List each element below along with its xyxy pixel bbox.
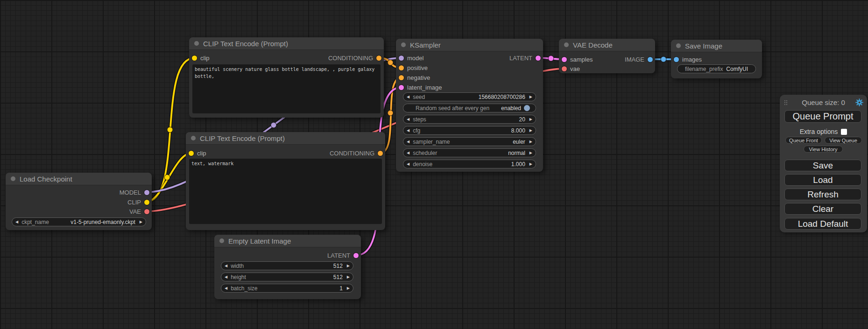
widget-value[interactable]: 8.000 [511,127,525,134]
decrement-arrow-icon[interactable]: ◀ [407,140,409,144]
increment-arrow-icon[interactable]: ▶ [347,287,350,290]
toggle-enabled-icon[interactable] [524,105,530,111]
node-save-image[interactable]: Save Image images filename_prefix ComfyU… [671,40,762,78]
widget-value[interactable]: 20 [519,116,525,123]
node-clip-text-encode-negative[interactable]: CLIP Text Encode (Prompt) clip CONDITION… [186,132,385,230]
decrement-arrow-icon[interactable]: ◀ [225,264,227,268]
widget-value[interactable]: 1 [339,285,343,292]
steps-widget[interactable]: ◀ steps 20 ▶ [403,115,536,124]
widget-value[interactable]: normal [508,150,525,156]
load-default-button[interactable]: Load Default [784,218,861,230]
input-port-vae[interactable]: vae [562,65,580,72]
denoise-widget[interactable]: ◀ denoise 1.000 ▶ [403,160,536,168]
increment-arrow-icon[interactable]: ▶ [529,162,532,166]
collapse-dot-icon[interactable] [219,238,224,243]
node-ksampler[interactable]: KSampler model positive negative latent_… [396,39,543,172]
output-port-vae[interactable]: VAE [129,208,149,215]
view-queue-button[interactable]: View Queue [825,137,862,144]
output-port-latent[interactable]: LATENT [327,252,359,259]
collapse-dot-icon[interactable] [191,136,196,140]
widget-value[interactable]: euler [513,139,525,145]
collapse-dot-icon[interactable] [401,42,406,47]
increment-arrow-icon[interactable]: ▶ [529,151,532,155]
input-port-latent-image[interactable]: latent_image [399,84,442,91]
width-widget[interactable]: ◀ width 512 ▶ [221,261,353,270]
widget-value[interactable]: v1-5-pruned-emaonly.ckpt [71,219,135,225]
decrement-arrow-icon[interactable]: ◀ [225,287,227,290]
increment-arrow-icon[interactable]: ▶ [347,275,350,279]
collapse-dot-icon[interactable] [194,41,199,46]
node-empty-latent-image[interactable]: Empty Latent Image LATENT ◀ width 512 ▶ … [214,235,361,299]
increment-arrow-icon[interactable]: ▶ [529,129,532,133]
node-clip-text-encode-positive[interactable]: CLIP Text Encode (Prompt) clip CONDITION… [189,37,384,118]
node-load-checkpoint[interactable]: Load Checkpoint MODEL CLIP VAE ◀ ckpt_na… [6,173,152,230]
decrement-arrow-icon[interactable]: ◀ [407,151,409,155]
extra-options-checkbox[interactable] [841,129,847,135]
input-port-negative[interactable]: negative [399,74,430,81]
widget-value[interactable]: 156680208700286 [479,94,525,100]
collapse-dot-icon[interactable] [676,43,681,48]
clear-button[interactable]: Clear [784,203,861,215]
positive-prompt-textarea[interactable]: beautiful scenery nature glass bottle la… [192,64,381,113]
vae-port-dot[interactable] [562,66,567,71]
save-button[interactable]: Save [784,160,861,171]
node-titlebar[interactable]: Save Image [671,40,762,52]
output-port-image[interactable]: IMAGE [625,56,653,63]
cfg-widget[interactable]: ◀ cfg 8.000 ▶ [403,126,536,135]
model-port-dot[interactable] [399,56,404,61]
decrement-arrow-icon[interactable]: ◀ [407,95,409,99]
widget-value[interactable]: 512 [333,263,343,269]
queue-front-button[interactable]: Queue Front [785,137,822,144]
conditioning-port-dot[interactable] [399,65,404,70]
sampler-name-widget[interactable]: ◀ sampler_name euler ▶ [403,137,536,146]
decrement-arrow-icon[interactable]: ◀ [407,118,409,121]
input-port-images[interactable]: images [674,56,702,63]
increment-arrow-icon[interactable]: ▶ [529,95,532,99]
filename-prefix-widget[interactable]: filename_prefix ComfyUI [677,64,756,73]
latent-port-dot[interactable] [536,56,541,61]
model-port-dot[interactable] [144,190,149,195]
latent-port-dot[interactable] [399,85,404,90]
image-port-dot[interactable] [648,57,653,62]
output-port-latent[interactable]: LATENT [509,54,541,62]
latent-port-dot[interactable] [353,253,359,258]
clip-port-dot[interactable] [192,56,197,61]
output-port-conditioning[interactable]: CONDITIONING [328,54,381,62]
widget-value[interactable]: 512 [333,274,343,280]
clip-port-dot[interactable] [144,200,149,205]
node-titlebar[interactable]: KSampler [396,39,543,51]
comfy-menu-panel[interactable]: Queue size: 0 Queue Prompt Extra optio [780,95,867,232]
widget-value[interactable]: 1.000 [511,161,525,168]
load-button[interactable]: Load [784,174,861,186]
image-port-dot[interactable] [674,57,679,62]
input-port-positive[interactable]: positive [399,64,428,71]
collapse-dot-icon[interactable] [11,176,15,181]
increment-arrow-icon[interactable]: ▶ [140,220,142,224]
view-history-button[interactable]: View History [804,146,843,153]
negative-prompt-textarea[interactable]: text, watermark [189,159,382,224]
vae-port-dot[interactable] [144,209,149,214]
decrement-arrow-icon[interactable]: ◀ [407,129,409,133]
conditioning-port-dot[interactable] [378,151,383,156]
node-titlebar[interactable]: VAE Decode [559,39,655,51]
input-port-samples[interactable]: samples [562,56,593,63]
conditioning-port-dot[interactable] [376,56,381,61]
ckpt-name-widget[interactable]: ◀ ckpt_name v1-5-pruned-emaonly.ckpt ▶ [12,217,146,226]
input-port-clip[interactable]: clip [189,149,206,157]
node-titlebar[interactable]: Empty Latent Image [214,235,361,247]
widget-value[interactable]: ComfyUI [726,66,748,72]
node-titlebar[interactable]: Load Checkpoint [6,173,152,185]
collapse-dot-icon[interactable] [564,42,569,47]
height-widget[interactable]: ◀ height 512 ▶ [221,273,353,281]
conditioning-port-dot[interactable] [399,75,404,80]
node-graph-canvas[interactable]: Load Checkpoint MODEL CLIP VAE ◀ ckpt_na… [0,0,868,329]
decrement-arrow-icon[interactable]: ◀ [15,220,18,224]
output-port-conditioning[interactable]: CONDITIONING [330,149,383,157]
increment-arrow-icon[interactable]: ▶ [529,118,532,121]
queue-prompt-button[interactable]: Queue Prompt [784,110,861,123]
decrement-arrow-icon[interactable]: ◀ [407,162,409,166]
settings-gear-icon[interactable] [855,98,863,106]
refresh-button[interactable]: Refresh [784,189,861,200]
scheduler-widget[interactable]: ◀ scheduler normal ▶ [403,148,536,157]
seed-widget[interactable]: ◀ seed 156680208700286 ▶ [403,92,536,101]
